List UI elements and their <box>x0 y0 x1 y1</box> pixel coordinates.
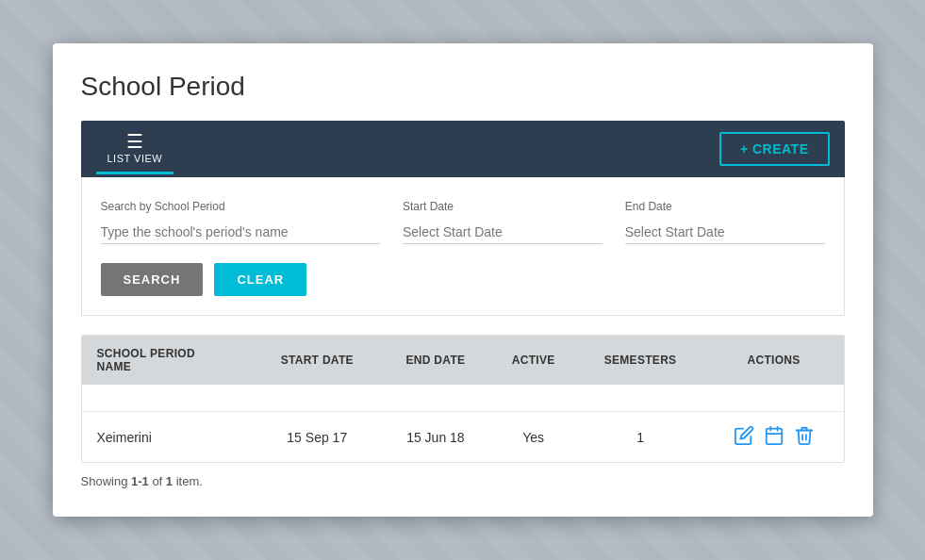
end-date-input[interactable] <box>625 221 825 244</box>
col-actions: ACTIONS <box>704 336 844 385</box>
cell-active: Yes <box>490 412 577 463</box>
list-view-button[interactable]: ☰ LIST VIEW <box>96 124 174 174</box>
clear-button[interactable]: CLEAR <box>214 263 306 296</box>
delete-icon[interactable] <box>794 425 815 449</box>
school-period-table: SCHOOL PERIODNAME START DATE END DATE AC… <box>82 336 844 462</box>
svg-rect-0 <box>766 429 782 445</box>
start-date-input[interactable] <box>403 221 603 244</box>
cell-semesters: 1 <box>577 412 704 463</box>
col-end-date: END DATE <box>381 336 490 385</box>
search-name-label: Search by School Period <box>101 200 380 213</box>
search-button[interactable]: SEARCH <box>101 263 204 296</box>
cell-end: 15 Jun 18 <box>381 412 490 463</box>
start-date-field: Start Date <box>403 200 603 244</box>
start-date-label: Start Date <box>403 200 603 213</box>
end-date-field: End Date <box>625 200 825 244</box>
cell-end <box>381 385 490 412</box>
list-icon: ☰ <box>126 132 143 151</box>
cell-active <box>490 385 577 412</box>
table-header-row: SCHOOL PERIODNAME START DATE END DATE AC… <box>82 336 844 385</box>
calendar-icon[interactable] <box>764 425 785 449</box>
action-icons <box>714 425 834 449</box>
cell-name <box>82 385 254 412</box>
toolbar: ☰ LIST VIEW + CREATE <box>81 121 845 177</box>
table-row: Xeimerini 15 Sep 17 15 Jun 18 Yes 1 <box>82 412 844 463</box>
col-name: SCHOOL PERIODNAME <box>82 336 254 385</box>
cell-start: 15 Sep 17 <box>253 412 381 463</box>
search-fields: Search by School Period Start Date End D… <box>101 200 825 244</box>
search-name-input[interactable] <box>101 221 380 244</box>
col-semesters: SEMESTERS <box>577 336 704 385</box>
create-button[interactable]: + CREATE <box>719 132 830 166</box>
col-start-date: START DATE <box>253 336 381 385</box>
modal-container: School Period ☰ LIST VIEW + CREATE Searc… <box>53 43 873 517</box>
search-by-name-field: Search by School Period <box>101 200 380 244</box>
end-date-label: End Date <box>625 200 825 213</box>
cell-semesters <box>577 385 704 412</box>
search-actions: SEARCH CLEAR <box>101 263 825 296</box>
edit-icon[interactable] <box>734 425 754 449</box>
page-title: School Period <box>81 72 845 102</box>
showing-text: Showing 1-1 of 1 item. <box>81 474 845 488</box>
table-row <box>82 385 844 412</box>
list-view-label: LIST VIEW <box>107 153 163 164</box>
search-section: Search by School Period Start Date End D… <box>81 177 845 316</box>
cell-start <box>253 385 381 412</box>
table-container: SCHOOL PERIODNAME START DATE END DATE AC… <box>81 335 845 463</box>
cell-actions <box>704 385 844 412</box>
cell-actions <box>704 412 844 463</box>
cell-name: Xeimerini <box>82 412 254 463</box>
col-active: ACTIVE <box>490 336 577 385</box>
